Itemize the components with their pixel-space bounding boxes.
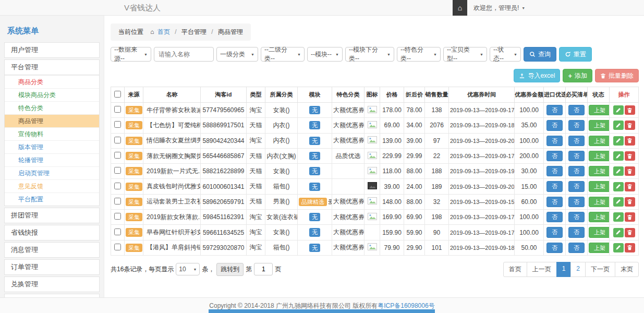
import-select-toggle[interactable]: 否 xyxy=(546,181,563,191)
import-select-toggle[interactable]: 否 xyxy=(546,243,563,253)
status-button[interactable]: 上架 xyxy=(589,136,610,146)
sidebar-subitem[interactable]: 版本管理 xyxy=(5,140,99,153)
name-input[interactable] xyxy=(154,47,214,62)
module-sub-category-select[interactable]: --模块下分类--▼ xyxy=(345,47,394,62)
must-buy-toggle[interactable]: 否 xyxy=(568,243,585,253)
must-buy-toggle[interactable]: 否 xyxy=(568,197,585,207)
row-checkbox[interactable] xyxy=(114,167,121,174)
pager-page[interactable]: 1 xyxy=(556,262,572,277)
sidebar-subitem[interactable]: 宣传物料 xyxy=(5,127,99,140)
pager-first[interactable]: 首页 xyxy=(503,262,527,277)
row-checkbox[interactable] xyxy=(114,244,121,250)
sidebar-subitem[interactable]: 商品管理 xyxy=(5,114,99,127)
search-button[interactable]: 查询 xyxy=(524,47,556,62)
delete-button[interactable] xyxy=(625,197,635,207)
pager-page[interactable]: 2 xyxy=(570,262,586,277)
level2-category-select[interactable]: --二级分类--▼ xyxy=(261,47,305,62)
import-select-toggle[interactable]: 否 xyxy=(546,105,563,115)
row-checkbox[interactable] xyxy=(114,137,121,143)
status-button[interactable]: 上架 xyxy=(589,197,610,207)
level1-category-select[interactable]: 一级分类▼ xyxy=(216,47,258,62)
delete-button[interactable] xyxy=(625,151,635,161)
edit-button[interactable] xyxy=(613,151,624,161)
module-badge[interactable]: 无 xyxy=(309,244,320,252)
sidebar-item[interactable]: 拼团管理 xyxy=(4,208,100,223)
sidebar-subitem[interactable]: 意见反馈 xyxy=(5,179,99,192)
sidebar-subitem[interactable]: 特色分类 xyxy=(5,101,99,114)
sidebar-subitem[interactable]: 商品分类 xyxy=(5,75,99,88)
row-checkbox[interactable] xyxy=(114,121,121,128)
status-select[interactable]: --状态--▼ xyxy=(490,47,521,62)
module-badge[interactable]: 无 xyxy=(309,121,320,129)
module-select[interactable]: --模块--▼ xyxy=(307,47,343,62)
import-select-toggle[interactable]: 否 xyxy=(546,136,563,146)
icp-link[interactable]: 粤ICP备16098006号 xyxy=(378,302,434,309)
row-checkbox[interactable] xyxy=(114,152,121,159)
sidebar-subitem[interactable]: 轮播管理 xyxy=(5,153,99,166)
per-page-select[interactable]: 10 ▼ xyxy=(176,263,200,275)
module-badge[interactable]: 无 xyxy=(309,183,320,191)
sidebar-item[interactable]: 提现管理 xyxy=(4,294,100,297)
jump-button[interactable]: 跳转到 xyxy=(216,263,244,276)
module-badge[interactable]: 品牌精选 xyxy=(299,198,327,206)
delete-button[interactable] xyxy=(625,212,635,222)
import-select-toggle[interactable]: 否 xyxy=(546,166,563,176)
must-buy-toggle[interactable]: 否 xyxy=(568,151,585,161)
delete-button[interactable] xyxy=(625,228,635,237)
module-badge[interactable]: 无 xyxy=(309,106,320,114)
delete-button[interactable] xyxy=(625,105,635,115)
import-select-toggle[interactable]: 否 xyxy=(546,120,563,130)
delete-button[interactable] xyxy=(625,136,635,146)
module-badge[interactable]: 无 xyxy=(309,228,320,236)
select-all-checkbox[interactable] xyxy=(114,91,121,98)
module-badge[interactable]: 无 xyxy=(309,213,320,221)
sidebar-item[interactable]: 消息管理 xyxy=(4,242,100,258)
sidebar-item[interactable]: 平台管理 xyxy=(4,59,100,75)
reset-button[interactable]: 重置 xyxy=(559,47,592,62)
must-buy-toggle[interactable]: 否 xyxy=(568,181,585,191)
sidebar-item[interactable]: 省钱快报 xyxy=(4,225,100,240)
page-number-input[interactable] xyxy=(254,263,273,275)
edit-button[interactable] xyxy=(613,212,624,222)
must-buy-toggle[interactable]: 否 xyxy=(568,136,585,146)
status-button[interactable]: 上架 xyxy=(589,120,610,130)
add-button[interactable]: + 添加 xyxy=(563,69,592,82)
batch-delete-button[interactable]: 批量删除 xyxy=(595,69,639,82)
feature-category-select[interactable]: --特色分类--▼ xyxy=(397,47,441,62)
status-button[interactable]: 上架 xyxy=(589,166,610,176)
delete-button[interactable] xyxy=(625,166,635,176)
delete-button[interactable] xyxy=(625,182,635,191)
status-button[interactable]: 上架 xyxy=(589,105,610,115)
status-button[interactable]: 上架 xyxy=(589,243,610,253)
row-checkbox[interactable] xyxy=(114,106,121,113)
module-badge[interactable]: 无 xyxy=(309,152,320,160)
status-button[interactable]: 上架 xyxy=(589,212,610,222)
delete-button[interactable] xyxy=(625,243,635,252)
pager-last[interactable]: 末页 xyxy=(615,262,639,277)
sidebar-subitem[interactable]: 平台配置 xyxy=(5,192,99,206)
edit-button[interactable] xyxy=(613,136,624,146)
import-select-toggle[interactable]: 否 xyxy=(546,151,563,161)
edit-button[interactable] xyxy=(613,228,624,237)
breadcrumb-home-link[interactable]: 首页 xyxy=(157,28,170,35)
module-badge[interactable]: 无 xyxy=(309,137,320,145)
user-menu[interactable]: 欢迎您，管理员! ▼ xyxy=(467,0,531,16)
sidebar-item[interactable]: 兑换管理 xyxy=(4,276,100,292)
edit-button[interactable] xyxy=(613,243,624,252)
sidebar-item[interactable]: 用户管理 xyxy=(4,42,100,58)
must-buy-toggle[interactable]: 否 xyxy=(568,227,585,237)
pager-next[interactable]: 下一页 xyxy=(585,262,615,277)
must-buy-toggle[interactable]: 否 xyxy=(568,120,585,130)
row-checkbox[interactable] xyxy=(114,228,121,235)
pager-prev[interactable]: 上一页 xyxy=(527,262,557,277)
edit-button[interactable] xyxy=(613,197,624,207)
data-source-select[interactable]: --数据来源--▼ xyxy=(111,47,151,62)
edit-button[interactable] xyxy=(613,121,624,130)
row-checkbox[interactable] xyxy=(114,213,121,220)
home-button[interactable]: ⌂ xyxy=(453,0,467,16)
status-button[interactable]: 上架 xyxy=(589,151,610,161)
sidebar-item[interactable]: 订单管理 xyxy=(4,259,100,275)
status-button[interactable]: 上架 xyxy=(589,181,610,191)
row-checkbox[interactable] xyxy=(114,198,121,204)
delete-button[interactable] xyxy=(625,121,635,130)
